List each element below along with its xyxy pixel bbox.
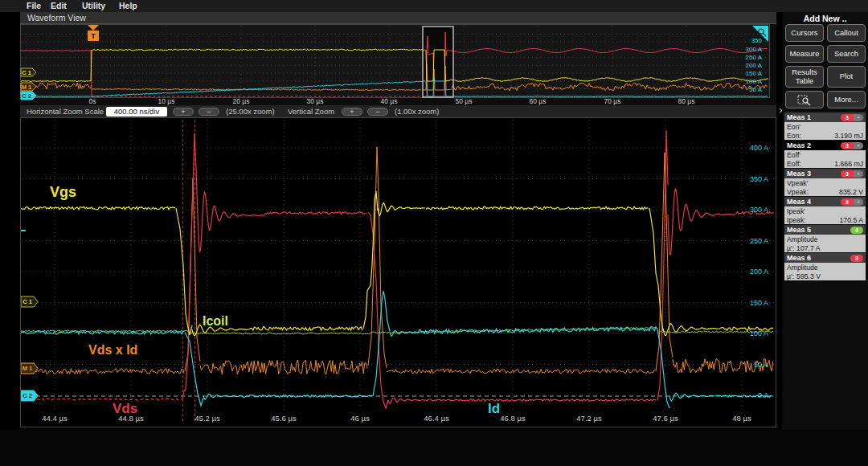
menu-bar: FileEditUtilityHelp — [0, 0, 868, 12]
measurement-value: 170.5 A — [840, 216, 863, 225]
overview-time-label: 50 µs — [456, 97, 473, 105]
overview-amp-label: 150 A — [746, 70, 763, 77]
h-zoom-scale-label: Horizontal Zoom Scale — [27, 105, 104, 117]
main-time-label: 46.8 µs — [500, 414, 526, 423]
callout-button[interactable]: Callout — [827, 24, 866, 42]
h-zoom-factor: (25.00x zoom) — [226, 105, 275, 117]
main-amp-label: 150 A — [750, 299, 768, 307]
main-amp-label: 350 A — [750, 175, 768, 183]
measurement-label: µ': — [787, 244, 794, 253]
measurement-label: µ': — [787, 272, 794, 281]
measurement-value: 835.2 V — [839, 188, 863, 197]
h-zoom-plus-button[interactable]: + — [173, 108, 194, 116]
channel-marker-c1[interactable]: C 1 — [21, 296, 38, 307]
overview-time-label: 0s — [89, 97, 96, 105]
menu-item-help[interactable]: Help — [119, 1, 137, 10]
waveform-view-tab[interactable]: Waveform View — [20, 12, 776, 24]
measurement-type: Vpeak' — [787, 179, 863, 188]
main-time-label: 44.4 µs — [42, 414, 68, 423]
annotation-icoil: Icoil — [203, 314, 228, 328]
measurement-type: Ipeak' — [787, 207, 863, 216]
overview-amp-label: 300 A — [746, 46, 763, 53]
measurement-badge-1[interactable]: Meas 13+Eon'Eon:3.190 mJ — [784, 112, 866, 140]
measurement-value: 1.666 mJ — [834, 160, 863, 169]
measurement-name: Meas 2 — [787, 141, 811, 149]
main-time-label: 46.4 µs — [424, 414, 449, 423]
main-amp-label: 200 A — [750, 268, 768, 276]
overview-time-label: 70 µs — [604, 97, 621, 105]
h-zoom-scale-input[interactable]: 400.00 ns/div — [106, 107, 167, 117]
channel-marker-m1[interactable]: M 1 — [21, 363, 38, 374]
main-amp-label: 400 A — [750, 144, 768, 152]
channel-marker-c2[interactable]: C 2 — [21, 390, 38, 401]
more--button[interactable]: More... — [827, 91, 866, 108]
main-amp-label: 100 A — [750, 329, 768, 337]
svg-text:C 2: C 2 — [22, 92, 31, 100]
main-time-label: 45.2 µs — [194, 414, 220, 423]
search-button[interactable]: Search — [827, 45, 866, 63]
measurement-name: Meas 6 — [787, 254, 811, 262]
overview-time-label: 10 µs — [158, 97, 175, 105]
expand-icon: + — [854, 114, 863, 121]
measurement-name: Meas 4 — [787, 198, 811, 206]
expand-icon: + — [854, 198, 863, 206]
measurement-value: 3.190 mJ — [834, 132, 863, 141]
menu-item-file[interactable]: File — [27, 1, 41, 10]
measurement-badge-3[interactable]: Meas 33+Vpeak'Vpeak:835.2 V — [784, 169, 866, 196]
v-zoom-plus-button[interactable]: + — [342, 108, 362, 116]
overview-amp-label: 250 A — [746, 54, 763, 61]
annotation-vds: Vds — [113, 401, 137, 416]
measurement-badge-5[interactable]: Meas 54Amplitudeµ':107.7 A — [784, 225, 866, 252]
measurement-count-badge: 3+ — [841, 170, 863, 178]
measurement-badge-6[interactable]: Meas 63Amplitudeµ':595.3 V — [784, 253, 866, 280]
measurement-label: Vpeak: — [787, 188, 809, 197]
main-waveform-view: C 1M 1C 244.4 µs44.8 µs45.2 µs45.6 µs46 … — [20, 117, 776, 427]
overview-amp-label: 350 — [751, 37, 763, 44]
measurement-badge-2[interactable]: Meas 23+Eoff'Eoff:1.666 mJ — [784, 141, 866, 168]
menu-item-utility[interactable]: Utility — [82, 1, 105, 10]
plot-button[interactable]: Plot — [827, 66, 866, 88]
main-time-label: 46 µs — [350, 414, 370, 423]
measurement-label: Eon: — [787, 132, 801, 141]
measurement-value: 107.7 A — [796, 244, 820, 253]
measurement-name: Meas 3 — [787, 170, 811, 178]
measurement-type: Eoff' — [787, 151, 863, 160]
expand-icon: + — [854, 170, 863, 178]
measurement-count-badge: 3+ — [841, 142, 863, 149]
cursors-button[interactable]: Cursors — [785, 24, 824, 42]
zoom-select-icon — [797, 94, 812, 106]
svg-text:T: T — [91, 32, 96, 40]
overview-time-label: 80 µs — [678, 97, 695, 105]
channel-marker-m1[interactable]: M 1 — [21, 83, 36, 91]
v-zoom-label: Vertical Zoom — [288, 105, 334, 117]
v-zoom-minus-button[interactable]: − — [367, 108, 388, 116]
main-time-label: 47.6 µs — [653, 414, 678, 423]
add-new-button-grid: CursorsCalloutMeasureSearchResults Table… — [785, 24, 866, 108]
channel-marker-c1[interactable]: C 1 — [21, 68, 36, 76]
main-amp-label: 300 A — [750, 206, 768, 214]
measurement-type: Amplitude — [787, 235, 863, 244]
annotation-vgs: Vgs — [50, 184, 76, 200]
measurement-count-badge: 4 — [850, 227, 863, 234]
channel-marker-c2[interactable]: C 2 — [21, 92, 36, 100]
zoom-select-icon-button[interactable] — [785, 91, 824, 108]
results-table-button[interactable]: Results Table — [785, 66, 824, 88]
svg-text:C 1: C 1 — [23, 298, 32, 305]
measurement-count-badge: 3 — [850, 255, 863, 262]
overview-time-label: 60 µs — [530, 97, 547, 105]
zoom-scale-bar: Horizontal Zoom Scale 400.00 ns/div + − … — [20, 105, 776, 117]
measurement-name: Meas 1 — [787, 113, 811, 121]
measurement-badge-4[interactable]: Meas 43+Ipeak'Ipeak:170.5 A — [784, 197, 866, 224]
menu-item-edit[interactable]: Edit — [51, 1, 67, 10]
h-zoom-minus-button[interactable]: − — [199, 108, 219, 116]
measurement-name: Meas 5 — [787, 226, 811, 234]
measure-button[interactable]: Measure — [785, 45, 824, 63]
overview-time-label: 40 µs — [381, 97, 398, 105]
main-amp-label: 250 A — [750, 237, 768, 245]
main-time-label: 47.2 µs — [576, 414, 602, 423]
measurement-label: Eoff: — [787, 160, 801, 169]
measurements-list: Meas 13+Eon'Eon:3.190 mJMeas 23+Eoff'Eof… — [784, 112, 866, 281]
measurement-value: 595.3 V — [796, 272, 821, 281]
svg-text:C 1: C 1 — [22, 69, 31, 76]
waveform-view-title: Waveform View — [27, 13, 86, 22]
